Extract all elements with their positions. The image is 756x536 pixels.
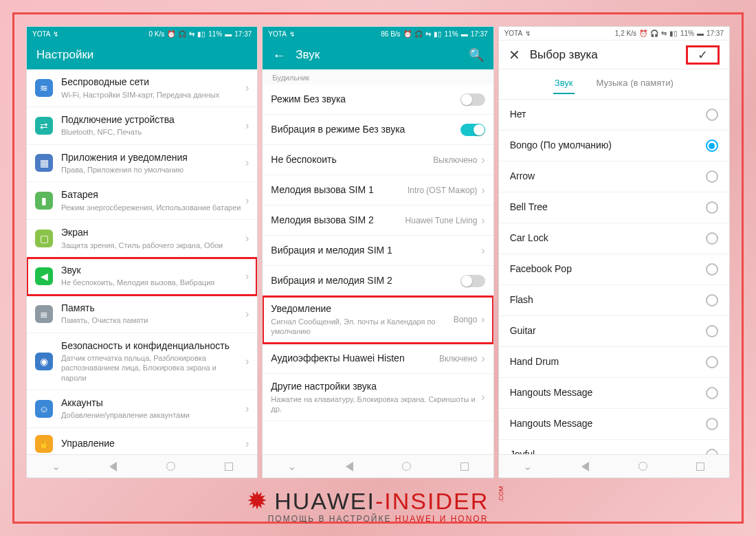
ringtone-row-8[interactable]: Hand Drum — [499, 347, 729, 378]
row-title: Мелодия вызова SIM 2 — [271, 214, 401, 227]
confirm-check-highlight[interactable]: ✓ — [686, 45, 720, 65]
chevron-right-icon: › — [481, 353, 485, 365]
chevron-right-icon: › — [481, 313, 485, 326]
settings-row-3[interactable]: ▮ Батарея Режим энергосбережения, Исполь… — [27, 182, 257, 220]
ringtone-row-2[interactable]: Arrow — [499, 161, 729, 192]
ringtone-row-11[interactable]: Joyful — [499, 440, 729, 454]
radio[interactable] — [706, 109, 718, 121]
page-title: Звук — [296, 48, 320, 62]
sound-row-4[interactable]: Мелодия вызова SIM 2 Huawei Tune Living› — [263, 205, 493, 236]
tab-music[interactable]: Музыка (в памяти) — [595, 75, 675, 93]
radio[interactable] — [706, 325, 718, 337]
row-title: Режим Без звука — [271, 93, 460, 106]
sound-row-9[interactable]: Другие настройки звука Нажатие на клавиа… — [263, 374, 493, 421]
row-title: Аудиоэффекты Huawei Histen — [271, 353, 435, 365]
chevron-right-icon: › — [245, 194, 249, 207]
row-icon: ▦ — [35, 154, 53, 172]
row-icon: ▮ — [35, 192, 53, 210]
radio[interactable] — [706, 170, 718, 183]
toggle[interactable] — [460, 275, 485, 287]
sound-row-0[interactable]: Режим Без звука — [263, 85, 493, 115]
sound-row-7[interactable]: Уведомление Сигнал Сообщений, Эл. почты … — [263, 296, 493, 344]
clock: 17:37 — [234, 30, 252, 38]
ringtone-name: Hangouts Message — [510, 387, 593, 399]
ringtone-name: Guitar — [510, 325, 536, 337]
radio[interactable] — [706, 449, 718, 454]
huawei-petal-icon: ✹ — [247, 487, 267, 515]
slogan: ПОМОЩЬ В НАСТРОЙКЕ HUAWEI И HONOR — [0, 514, 756, 524]
settings-row-6[interactable]: ≣ Память Память, Очистка памяти › — [27, 295, 257, 333]
nav-recent-icon[interactable] — [225, 462, 233, 471]
row-value: Выключено — [433, 155, 477, 165]
net-speed: 1,2 K/s — [615, 30, 636, 37]
ringtone-row-0[interactable]: Нет — [499, 100, 729, 131]
ringtone-row-3[interactable]: Bell Tree — [499, 192, 729, 223]
back-icon[interactable]: ← — [272, 47, 286, 63]
nav-collapse-icon[interactable]: ⌄ — [287, 460, 296, 473]
footer: ✹ HUAWEI-INSIDER .COM ПОМОЩЬ В НАСТРОЙКЕ… — [0, 487, 756, 524]
ringtone-row-10[interactable]: Hangouts Message — [499, 409, 729, 440]
sound-row-1[interactable]: Вибрация в режиме Без звука — [263, 115, 493, 145]
nav-recent-icon[interactable] — [460, 462, 469, 471]
ringtone-list[interactable]: Нет Bongo (По умолчанию) Arrow Bell Tree… — [499, 100, 729, 454]
nav-home-icon[interactable] — [402, 462, 411, 471]
settings-row-0[interactable]: ≋ Беспроводные сети Wi-Fi, Настройки SIM… — [27, 69, 257, 107]
toggle[interactable] — [460, 124, 485, 136]
brand-com: .COM — [498, 486, 504, 502]
ringtone-row-5[interactable]: Facebook Pop — [499, 254, 729, 285]
radio[interactable] — [706, 232, 718, 245]
nav-home-icon[interactable] — [166, 462, 175, 471]
radio[interactable] — [706, 201, 718, 214]
status-bar: YOTA↯ 0 K/s⏰🎧⇆▮▯11%▬17:37 — [27, 27, 257, 41]
nav-collapse-icon[interactable]: ⌄ — [523, 460, 532, 473]
settings-list[interactable]: ≋ Беспроводные сети Wi-Fi, Настройки SIM… — [27, 69, 257, 454]
chevron-right-icon: › — [245, 157, 249, 169]
ringtone-row-4[interactable]: Car Lock — [499, 223, 729, 254]
settings-row-2[interactable]: ▦ Приложения и уведомления Права, Прилож… — [27, 145, 257, 183]
sound-row-3[interactable]: Мелодия вызова SIM 1 Intro (OST Мажор)› — [263, 175, 493, 205]
ringtone-row-1[interactable]: Bongo (По умолчанию) — [499, 131, 729, 161]
nav-home-icon[interactable] — [638, 462, 647, 471]
sound-row-6[interactable]: Вибрация и мелодия SIM 2 — [263, 266, 493, 296]
nav-back-icon[interactable] — [346, 462, 353, 471]
chevron-right-icon: › — [481, 184, 485, 197]
nav-back-icon[interactable] — [109, 462, 117, 471]
row-title: Память — [61, 302, 241, 315]
tab-sound[interactable]: Звук — [553, 75, 575, 93]
radio[interactable] — [706, 294, 718, 306]
row-value: Bongo — [454, 315, 478, 324]
ringtone-row-6[interactable]: Flash — [499, 285, 729, 316]
settings-row-1[interactable]: ⇄ Подключение устройства Bluetooth, NFC,… — [27, 107, 257, 145]
nav-recent-icon[interactable] — [696, 462, 704, 471]
radio[interactable] — [706, 263, 718, 276]
settings-row-5[interactable]: ◀︎ Звук Не беспокоить, Мелодия вызова, В… — [27, 258, 257, 295]
sound-row-8[interactable]: Аудиоэффекты Huawei Histen Включено› — [263, 344, 493, 374]
sound-list[interactable]: Будильник Режим Без звука Вибрация в реж… — [263, 69, 493, 454]
radio[interactable] — [706, 387, 718, 399]
search-icon[interactable]: 🔍 — [469, 47, 484, 63]
close-icon[interactable]: ✕ — [509, 47, 520, 63]
row-icon: ≋ — [35, 79, 53, 97]
wifi-icon: ⇆ — [189, 30, 194, 38]
row-title: Другие настройки звука — [271, 381, 477, 393]
row-title: Вибрация и мелодия SIM 1 — [271, 245, 477, 257]
ringtone-row-9[interactable]: Hangouts Message — [499, 378, 729, 409]
settings-row-7[interactable]: ◉ Безопасность и конфиденциальность Датч… — [27, 333, 257, 390]
radio[interactable] — [706, 356, 718, 368]
nav-back-icon[interactable] — [581, 462, 589, 471]
toggle[interactable] — [460, 93, 485, 106]
settings-row-9[interactable]: ✋ Управление › — [27, 428, 257, 454]
ringtone-row-7[interactable]: Guitar — [499, 316, 729, 347]
chevron-right-icon: › — [245, 438, 249, 450]
net-speed: 86 B/s — [381, 30, 400, 38]
row-icon: ▢ — [35, 230, 53, 247]
row-title: Батарея — [61, 189, 241, 201]
settings-row-4[interactable]: ▢ Экран Защита зрения, Стиль рабочего эк… — [27, 220, 257, 258]
row-title: Мелодия вызова SIM 1 — [271, 184, 403, 197]
nav-collapse-icon[interactable]: ⌄ — [52, 460, 60, 473]
sound-row-5[interactable]: Вибрация и мелодия SIM 1 › — [263, 236, 493, 266]
radio[interactable] — [706, 418, 718, 430]
radio[interactable] — [706, 139, 718, 152]
sound-row-2[interactable]: Не беспокоить Выключено› — [263, 145, 493, 175]
settings-row-8[interactable]: ☺ Аккаунты Добавление/управление аккаунт… — [27, 390, 257, 428]
